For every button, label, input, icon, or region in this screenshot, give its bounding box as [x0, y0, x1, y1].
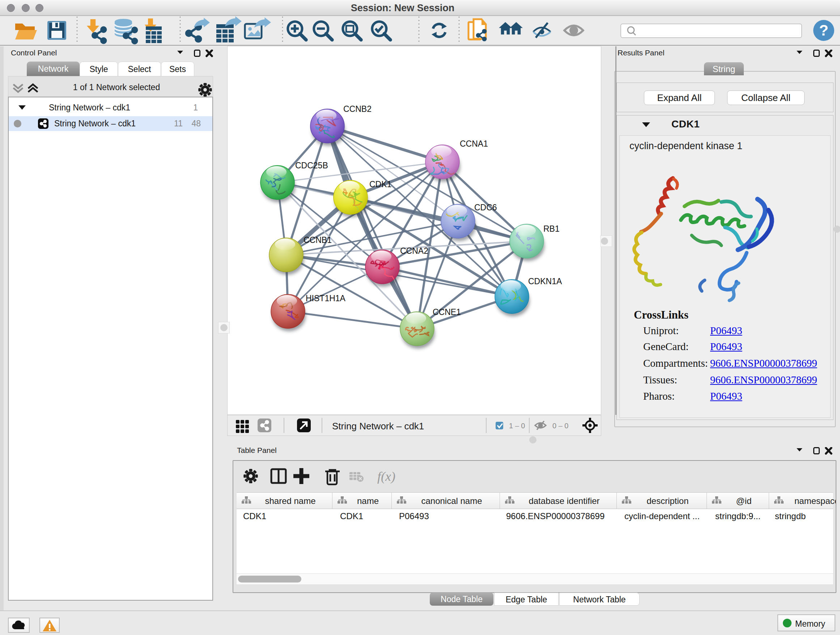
svg-text:CDC25B: CDC25B: [295, 161, 328, 170]
svg-text:?: ?: [819, 22, 829, 39]
svg-text:CCNE1: CCNE1: [433, 307, 461, 317]
svg-text:CCNB2: CCNB2: [343, 104, 371, 114]
svg-text:CDC6: CDC6: [474, 203, 497, 212]
svg-text:CDK1: CDK1: [369, 180, 392, 189]
svg-text:CDKN1A: CDKN1A: [528, 277, 562, 286]
svg-text:HIST1H1A: HIST1H1A: [306, 294, 346, 303]
svg-text:CCNA1: CCNA1: [460, 139, 488, 149]
svg-text:RB1: RB1: [543, 224, 560, 233]
svg-text:CCNB1: CCNB1: [303, 235, 332, 245]
svg-text:CCNA2: CCNA2: [400, 246, 428, 256]
svg-text:f(x): f(x): [377, 469, 395, 484]
